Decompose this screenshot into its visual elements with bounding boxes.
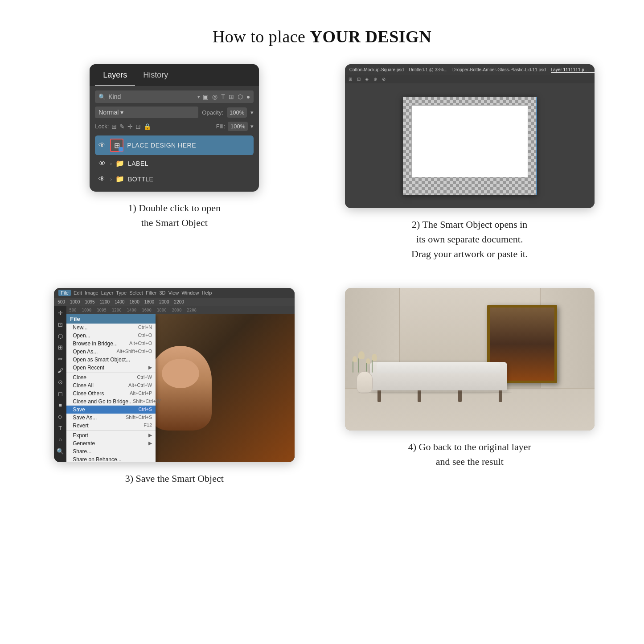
tool-eyedrop[interactable]: ✏ bbox=[58, 355, 63, 364]
lock-artboard-icon[interactable]: ⊡ bbox=[135, 123, 141, 130]
caption-step1-line2: the Smart Object bbox=[141, 217, 208, 228]
menu-items-list: New...Ctrl+NOpen...Ctrl+OBrowse in Bridg… bbox=[66, 324, 156, 462]
flower-1 bbox=[353, 356, 357, 373]
tool-brush[interactable]: 🖌 bbox=[57, 366, 63, 376]
title-prefix: How to place bbox=[213, 27, 310, 46]
file-menu-header: File bbox=[66, 314, 156, 324]
menu-item-open-as---[interactable]: Open As...Alt+Shift+Ctrl+O bbox=[66, 348, 156, 356]
menu-item-close[interactable]: CloseCtrl+W bbox=[66, 373, 156, 381]
toolbar-icons: ⊞ ⊡ ◈ ⊕ ⊘ bbox=[349, 77, 387, 82]
menu-item-open---[interactable]: Open...Ctrl+O bbox=[66, 332, 156, 340]
layer-row-design[interactable]: 👁 ⊞ PLACE DESIGN HERE bbox=[95, 135, 254, 155]
tool-path[interactable]: ◇ bbox=[58, 412, 62, 422]
menu-item-save-as---[interactable]: Save As...Shift+Ctrl+S bbox=[66, 414, 156, 422]
opacity-label: Opacity: bbox=[202, 109, 223, 116]
kind-shape-icon: ⊞ bbox=[229, 93, 234, 100]
layer-row-label[interactable]: 👁 › 📁 LABEL bbox=[95, 156, 254, 171]
fill-arrow: ▾ bbox=[250, 123, 254, 130]
tab-layers[interactable]: Layers bbox=[95, 64, 135, 86]
floor-shadow bbox=[357, 392, 512, 394]
search-icon: 🔍 bbox=[98, 94, 106, 100]
ps2-menutabs: 500 1000 1095 1200 1400 1600 1800 2000 2… bbox=[54, 298, 295, 306]
ps2-content: File New...Ctrl+NOpen...Ctrl+OBrowse in … bbox=[66, 314, 295, 462]
guide-horizontal bbox=[403, 146, 537, 146]
group-arrow-label[interactable]: › bbox=[110, 161, 112, 166]
visibility-icon-design[interactable]: 👁 bbox=[98, 141, 107, 149]
tool-select[interactable]: ⊡ bbox=[58, 320, 63, 330]
ps-canvas-panel: Cotton-Mockup-Square.psd Untitled-1 @ 33… bbox=[345, 64, 595, 208]
tool-zoom[interactable]: 🔍 bbox=[57, 447, 64, 456]
menu-item-export[interactable]: Export▶ bbox=[66, 431, 156, 439]
caption-step1: 1) Double click to open the Smart Object bbox=[128, 201, 221, 230]
lock-paint-icon[interactable]: ✎ bbox=[119, 123, 125, 130]
tool-move[interactable]: ✛ bbox=[58, 309, 63, 318]
menu-item-revert[interactable]: RevertF12 bbox=[66, 422, 156, 430]
ps-file-menu-panel: File Edit Image Layer Type Select Filter… bbox=[54, 288, 295, 462]
lock-all-icon[interactable]: 🔒 bbox=[144, 123, 151, 130]
tool-crop[interactable]: ⊞ bbox=[58, 343, 63, 353]
kind-label[interactable]: Kind bbox=[108, 93, 195, 100]
menu-item-open-recent[interactable]: Open Recent▶ bbox=[66, 364, 156, 372]
vase-with-flowers bbox=[353, 351, 377, 394]
lock-label: Lock: bbox=[95, 123, 109, 130]
blend-mode-select[interactable]: Normal ▾ bbox=[95, 107, 198, 118]
layers-tabs: Layers History bbox=[90, 64, 259, 86]
layer-name-design: PLACE DESIGN HERE bbox=[127, 142, 196, 149]
lock-transparency-icon[interactable]: ⊞ bbox=[111, 123, 117, 130]
flowers bbox=[353, 351, 377, 373]
folder-icon-label: 📁 bbox=[115, 159, 124, 168]
menu-item-generate[interactable]: Generate▶ bbox=[66, 439, 156, 447]
canvas-document bbox=[403, 97, 537, 195]
ps-window-tabs: Cotton-Mockup-Square.psd Untitled-1 @ 33… bbox=[349, 67, 595, 73]
main-grid: Layers History 🔍 Kind ▾ ▣ ◎ T ⊞ bbox=[0, 64, 644, 521]
tool-clone[interactable]: ⊙ bbox=[58, 378, 63, 387]
tool-type[interactable]: T bbox=[58, 424, 62, 433]
cell-step4: 4) Go back to the original layer and see… bbox=[340, 288, 600, 486]
menu-item-share---[interactable]: Share... bbox=[66, 447, 156, 455]
tool-erase[interactable]: ◻ bbox=[58, 390, 63, 399]
tool-shape[interactable]: ○ bbox=[58, 435, 62, 445]
cell-step2: Cotton-Mockup-Square.psd Untitled-1 @ 33… bbox=[340, 64, 600, 261]
ps2-canvas-area: ✛ ⊡ ⬡ ⊞ ✏ 🖌 ⊙ ◻ ■ ◇ T ○ 🔍 50010001095 bbox=[54, 306, 295, 462]
visibility-icon-label[interactable]: 👁 bbox=[98, 160, 107, 168]
ps2-menus: File Edit Image Layer Type Select Filter… bbox=[58, 290, 212, 295]
file-dropdown-menu[interactable]: File New...Ctrl+NOpen...Ctrl+OBrowse in … bbox=[66, 314, 156, 462]
menu-item-share-on-behance---[interactable]: Share on Behance... bbox=[66, 455, 156, 462]
layer-row-bottle[interactable]: 👁 › 📁 BOTTLE bbox=[95, 172, 254, 186]
ps-titlebar: Cotton-Mockup-Square.psd Untitled-1 @ 33… bbox=[345, 64, 595, 75]
menu-item-close-others[interactable]: Close OthersAlt+Ctrl+P bbox=[66, 390, 156, 398]
ps-toolbar-top: ⊞ ⊡ ◈ ⊕ ⊘ bbox=[345, 75, 595, 83]
group-arrow-bottle[interactable]: › bbox=[110, 176, 112, 182]
guide-vertical bbox=[536, 97, 537, 195]
active-tab[interactable]: Layer 1111111.psk @ 25% (Background Colo… bbox=[551, 67, 595, 73]
caption-step2: 2) The Smart Object opens in its own sep… bbox=[411, 217, 528, 261]
tab-history[interactable]: History bbox=[135, 64, 176, 86]
menu-item-browse-in-bridge---[interactable]: Browse in Bridge...Alt+Ctrl+O bbox=[66, 340, 156, 348]
tool-lasso[interactable]: ⬡ bbox=[58, 332, 63, 341]
opacity-arrow: ▾ bbox=[250, 109, 254, 116]
flower-2 bbox=[358, 351, 365, 373]
menu-item-save[interactable]: SaveCtrl+S bbox=[66, 406, 156, 414]
layer-name-label: LABEL bbox=[128, 160, 148, 167]
kind-filter-row: 🔍 Kind ▾ ▣ ◎ T ⊞ ⬡ ● bbox=[95, 90, 254, 103]
menu-item-close-and-go-to-bridge---[interactable]: Close and Go to Bridge...Shift+Ctrl+W bbox=[66, 398, 156, 406]
lock-move-icon[interactable]: ✛ bbox=[127, 123, 133, 130]
file-menu-label[interactable]: File bbox=[58, 290, 71, 296]
ps2-artwork: File New...Ctrl+NOpen...Ctrl+OBrowse in … bbox=[66, 314, 295, 462]
visibility-icon-bottle[interactable]: 👁 bbox=[98, 175, 107, 183]
kind-adjust-icon: ◎ bbox=[212, 93, 217, 100]
kind-arrow-icon: ▾ bbox=[197, 94, 200, 100]
menu-item-close-all[interactable]: Close AllAlt+Ctrl+W bbox=[66, 381, 156, 390]
layers-panel-screenshot: Layers History 🔍 Kind ▾ ▣ ◎ T ⊞ bbox=[90, 64, 259, 192]
page-title: How to place YOUR DESIGN bbox=[0, 0, 644, 64]
tool-gradient[interactable]: ■ bbox=[58, 401, 62, 410]
caption-step4: 4) Go back to the original layer and see… bbox=[408, 439, 531, 469]
menu-item-new---[interactable]: New...Ctrl+N bbox=[66, 324, 156, 332]
fill-value: 100% bbox=[228, 122, 248, 131]
title-bold: YOUR DESIGN bbox=[310, 27, 432, 46]
caption-step3: 3) Save the Smart Object bbox=[125, 471, 224, 486]
ps-canvas-area bbox=[345, 83, 595, 208]
smart-object-thumb: ⊞ bbox=[110, 139, 123, 152]
blend-opacity-row: Normal ▾ Opacity: 100% ▾ bbox=[95, 107, 254, 118]
menu-item-open-as-smart-object---[interactable]: Open as Smart Object... bbox=[66, 356, 156, 364]
